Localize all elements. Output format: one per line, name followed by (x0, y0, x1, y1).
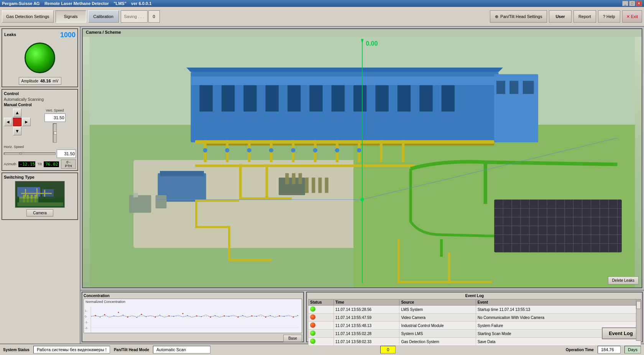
svg-rect-31 (419, 85, 432, 112)
svg-point-51 (247, 148, 251, 152)
time-cell: 11.07.14 13:55:48.13 (334, 322, 399, 330)
status-cell (309, 338, 334, 346)
chart-svg: 1- 0- -1- -2- (84, 299, 302, 333)
svg-rect-27 (332, 85, 345, 112)
svg-rect-68 (325, 178, 328, 193)
svg-rect-73 (156, 195, 167, 208)
col-event: Event (476, 299, 641, 306)
base-button[interactable]: Base (283, 335, 302, 342)
svg-text:0-: 0- (85, 315, 87, 318)
manual-control-label: Manual Control (4, 103, 76, 107)
event-log-section: Event Log Status Time Source Event 11.07… (306, 292, 643, 342)
maximize-button[interactable]: □ (629, 1, 635, 6)
svg-point-145 (242, 315, 243, 316)
status-icon (310, 330, 315, 336)
svg-point-52 (269, 148, 273, 152)
status-cell (309, 306, 334, 314)
amplitude-unit: mV (53, 79, 59, 83)
right-arrow-button[interactable]: ► (22, 118, 31, 126)
status-indicator (25, 43, 55, 73)
status-icon (310, 322, 315, 328)
svg-point-120 (118, 312, 119, 313)
report-button[interactable]: Report (573, 10, 596, 23)
version-label: ver 6.0.0.1 (131, 1, 151, 6)
status-icon (310, 339, 315, 344)
svg-rect-9 (15, 199, 64, 207)
time-cell: 11.07.14 13:55:02.28 (334, 330, 399, 338)
main-content: Leaks 1000 Amplitude 48.16 mV Control Au… (0, 27, 644, 343)
toolbar: Gas Detection Settings Signals Calibrati… (0, 7, 644, 27)
col-source: Source (399, 299, 476, 306)
window-controls: _ □ ✕ (622, 1, 642, 6)
camera-scheme-title: Camera / Scheme (86, 30, 121, 35)
table-row: 11.07.14 13:58:02.33Gas Detection System… (309, 338, 641, 346)
svg-point-127 (210, 317, 211, 318)
camera-button[interactable]: Camera (26, 209, 53, 217)
op-time-value: 184.76 (598, 346, 621, 353)
svg-rect-22 (222, 85, 235, 112)
svg-rect-70 (160, 171, 204, 176)
svg-rect-66 (312, 178, 315, 193)
help-button[interactable]: ? Help (598, 10, 620, 23)
thumbnail-svg (15, 181, 64, 207)
time-cell: 11.07.14 13:58:02.33 (334, 338, 399, 346)
down-arrow-button[interactable]: ▼ (13, 127, 21, 135)
svg-point-137 (136, 317, 137, 318)
svg-rect-28 (353, 85, 366, 112)
svg-rect-67 (318, 178, 322, 193)
title-bar: Pergam-Suisse AG Remote Laser Methane De… (0, 0, 644, 7)
saving-value: 0 (148, 10, 160, 23)
pth-button[interactable]: 0 - PTH (61, 159, 76, 169)
svg-point-139 (159, 315, 160, 316)
event-table: Status Time Source Event 11.07.14 13:55:… (308, 299, 641, 346)
gas-detection-button[interactable]: Gas Detection Settings (2, 10, 54, 23)
source-cell: Gas Detection System (399, 338, 476, 346)
event-cell: Startup time 11.07.14 13:55:13 (476, 306, 641, 314)
svg-point-55 (335, 148, 339, 152)
svg-point-118 (95, 315, 96, 316)
close-button[interactable]: ✕ (636, 1, 642, 6)
vert-speed-input[interactable]: 31.50 (44, 113, 66, 122)
svg-rect-96 (195, 226, 230, 228)
svg-rect-71 (129, 195, 151, 213)
horiz-speed-label: Horiz. Speed (4, 145, 24, 149)
concentration-chart: Normalized Concentration 1- 0- -1- -2- (84, 299, 302, 333)
concentration-section: Concentration Normalized Concentration 1… (82, 292, 304, 342)
leaks-header: Leaks 1000 (4, 31, 76, 39)
pan-tilt-mode-label: Pan/Tilt Head Mode (114, 348, 149, 352)
svg-point-136 (123, 315, 123, 316)
delete-leaks-button[interactable]: Delete Leaks (608, 276, 639, 284)
svg-point-131 (265, 317, 266, 318)
up-arrow-button[interactable]: ▲ (13, 108, 21, 117)
auto-scanning-label: Automatically Scanning (4, 97, 76, 102)
exit-button[interactable]: ✕ Exit (622, 10, 642, 23)
col-time: Time (334, 299, 399, 306)
horiz-speed-section: Horiz. Speed 31.50 (4, 144, 76, 158)
signals-button[interactable]: Signals (56, 10, 86, 23)
azimuth-label: Azimuth (4, 162, 16, 166)
horiz-speed-input[interactable]: 31.50 (57, 150, 76, 158)
minimize-button[interactable]: _ (622, 1, 628, 6)
event-log-scrollbar[interactable] (636, 300, 641, 341)
calibration-button[interactable]: Calibration (88, 10, 119, 23)
concentration-title: Concentration (84, 294, 302, 298)
svg-rect-21 (199, 85, 212, 112)
user-button[interactable]: User (549, 10, 571, 23)
svg-text:-2-: -2- (85, 327, 88, 329)
pan-tilt-button[interactable]: ⊕ Pan/Tilt Head Settings (490, 10, 547, 23)
svg-rect-34 (496, 81, 505, 94)
svg-rect-36 (523, 81, 534, 94)
pan-tilt-icon: ⊕ (495, 14, 498, 19)
stop-button[interactable] (13, 118, 21, 126)
system-name: "LMS" (113, 1, 127, 6)
control-section: Control Automatically Scanning Manual Co… (2, 89, 78, 171)
svg-text:0.00: 0.00 (366, 40, 378, 47)
svg-point-125 (182, 313, 184, 314)
event-log-button[interactable]: Event Log (602, 327, 640, 339)
svg-rect-29 (375, 85, 388, 112)
vert-speed-label: Vert. Speed (46, 108, 64, 112)
svg-point-129 (238, 317, 239, 318)
source-cell: Industrial Control Module (399, 322, 476, 330)
tilt-value: 76.02 (44, 161, 59, 167)
left-arrow-button[interactable]: ◄ (4, 118, 12, 126)
